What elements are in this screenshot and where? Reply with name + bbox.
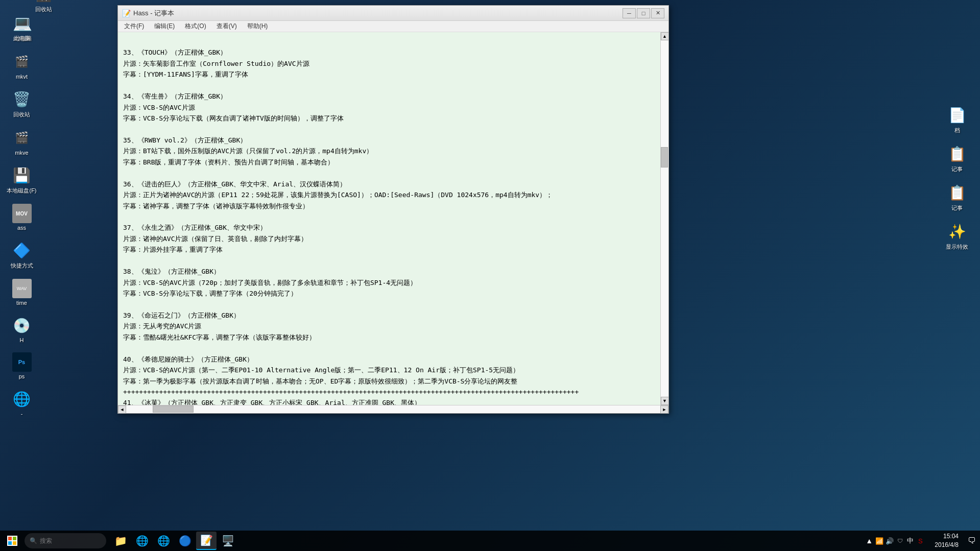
taskbar-search[interactable]: 🔍 搜索: [25, 533, 106, 548]
scroll-down-button[interactable]: ▼: [661, 397, 669, 405]
desktop-icon-localdisk[interactable]: 💾 本地磁盘(F): [2, 162, 42, 197]
content-area: 33、《TOUCH》（方正楷体_GBK） 片源：矢车菊影音工作室（Cornflo…: [118, 32, 668, 405]
effects-icon: ✨: [947, 221, 967, 242]
desktop-icon-recycle[interactable]: 🗑️ 回收站: [2, 86, 42, 121]
lang-indicator: 中: [907, 536, 914, 545]
installer-icon: 🖥️: [222, 535, 234, 547]
edge-icon: 🌐: [136, 535, 149, 547]
tray-icon-1[interactable]: ▲: [865, 537, 873, 545]
menu-bar: 文件(F) 编辑(E) 格式(O) 查看(V) 帮助(H): [118, 21, 668, 32]
start-button[interactable]: [2, 532, 22, 550]
mkve-icon: 🎬: [12, 128, 32, 148]
desktop-icon-mkve[interactable]: 🎬 mkve: [2, 125, 42, 158]
scroll-up-button[interactable]: ▲: [661, 32, 669, 40]
vertical-scrollbar[interactable]: ▲ ▼: [660, 32, 668, 405]
desktop-icon-globe[interactable]: 🌐 -: [2, 386, 42, 419]
scroll-track-h[interactable]: [126, 405, 660, 413]
tray-chinese-icon[interactable]: 中: [906, 537, 914, 545]
scroll-thumb-v[interactable]: [661, 147, 668, 167]
tray-network-icon[interactable]: 📶: [875, 537, 883, 545]
ps-icon: Ps: [12, 352, 32, 372]
clock[interactable]: 15:04 2016/4/8: [930, 532, 963, 549]
tray-ime-icon[interactable]: S: [916, 537, 924, 545]
desktop-icon-doc1[interactable]: 📄 档: [937, 102, 977, 137]
desktop-icon-ps[interactable]: Ps ps: [2, 350, 42, 382]
taskbar-app-notepad[interactable]: 📝: [196, 532, 217, 550]
clock-time: 15:04: [935, 532, 959, 541]
doc1-icon: 📄: [947, 105, 967, 125]
recycle-icon: 🗑️: [12, 89, 32, 109]
close-button[interactable]: ✕: [651, 8, 664, 18]
notepad-icon: 📝: [122, 9, 130, 17]
menu-format[interactable]: 格式(O): [181, 21, 210, 32]
window-title: Hass - 记事本: [133, 9, 623, 18]
desktop-icon-effects[interactable]: ✨ 显示特效: [937, 219, 977, 253]
fileexplorer-icon: 📁: [114, 535, 127, 547]
app4-icon: 🔵: [179, 535, 192, 547]
horizontal-scrollbar[interactable]: ◄ ►: [118, 405, 668, 413]
scroll-track-v[interactable]: [661, 40, 668, 397]
h-icon: 💿: [12, 315, 32, 336]
desktop-icon-wav[interactable]: WAV time: [2, 276, 42, 308]
computer-icon: 💻: [12, 13, 32, 33]
mov-icon: MOV: [12, 204, 32, 223]
scroll-thumb-h[interactable]: [153, 405, 194, 413]
system-tray: ▲ 📶 🔊 🛡 中 S: [862, 537, 927, 545]
search-icon-taskbar: 🔍: [30, 537, 37, 544]
menu-edit[interactable]: 编辑(E): [150, 21, 179, 32]
mkvt-icon: 🎬: [12, 52, 32, 72]
localdisk-icon: 💾: [12, 165, 32, 185]
taskbar-right: ▲ 📶 🔊 🛡 中 S 15:04 2016/4/8 🗨: [862, 532, 978, 550]
taskbar-app-3[interactable]: 🌐: [153, 532, 174, 550]
shortcut-icon: 🔷: [12, 240, 32, 260]
maximize-button[interactable]: □: [637, 8, 650, 18]
globe-desktop-icon: 🌐: [12, 389, 32, 409]
title-bar[interactable]: 📝 Hass - 记事本 ─ □ ✕: [118, 6, 668, 21]
desktop-icon-mov-ass[interactable]: MOV ass: [2, 201, 42, 233]
window-controls: ─ □ ✕: [623, 8, 664, 18]
scroll-right-button[interactable]: ►: [660, 405, 668, 414]
desktop: 💻 此电脑 🎬 回收站 💻 此电脑 🎬 mkvt 🗑️ 回收站 🎬 mkve: [0, 0, 980, 551]
menu-view[interactable]: 查看(V): [212, 21, 241, 32]
menu-file[interactable]: 文件(F): [120, 21, 148, 32]
wav-icon: WAV: [12, 279, 32, 298]
taskbar: 🔍 搜索 📁 🌐 🌐 🔵 📝 🖥️: [0, 531, 980, 551]
menu-help[interactable]: 帮助(H): [243, 21, 272, 32]
desktop-icon-h[interactable]: 💿 H: [2, 313, 42, 346]
tray-volume-icon[interactable]: 🔊: [886, 537, 894, 545]
app3-icon: 🌐: [157, 535, 170, 547]
taskbar-app-edge[interactable]: 🌐: [132, 532, 152, 550]
scroll-left-button[interactable]: ◄: [118, 405, 126, 414]
desktop-icon-computer[interactable]: 💻 此电脑: [2, 10, 42, 45]
taskbar-apps: 📁 🌐 🌐 🔵 📝 🖥️: [110, 532, 238, 550]
taskbar-app-4[interactable]: 🔵: [175, 532, 195, 550]
desktop-icon-shortcut[interactable]: 🔷 快捷方式: [2, 237, 42, 272]
taskbar-app-fileexplorer[interactable]: 📁: [110, 532, 131, 550]
notepad-window: 📝 Hass - 记事本 ─ □ ✕ 文件(F) 编辑(E) 格式(O) 查看(…: [117, 5, 669, 414]
desktop-icon-mkvt-file[interactable]: 🎬 mkvt: [2, 49, 42, 82]
taskbar-app-installer[interactable]: 🖥️: [218, 532, 238, 550]
minimize-button[interactable]: ─: [623, 8, 636, 18]
tray-security-icon[interactable]: 🛡: [896, 537, 904, 545]
note1-icon: 📋: [947, 143, 967, 164]
desktop-icon-note1[interactable]: 📋 记事: [937, 141, 977, 176]
notification-button[interactable]: 🗨: [966, 532, 978, 550]
notepad-taskbar-icon: 📝: [200, 534, 213, 546]
notepad-text[interactable]: 33、《TOUCH》（方正楷体_GBK） 片源：矢车菊影音工作室（Cornflo…: [118, 32, 660, 405]
desktop-icon-note2[interactable]: 📋 记事: [937, 180, 977, 214]
clock-date: 2016/4/8: [935, 541, 959, 549]
search-label: 搜索: [40, 537, 52, 545]
note2-icon: 📋: [947, 182, 967, 203]
windows-logo: [7, 536, 17, 546]
